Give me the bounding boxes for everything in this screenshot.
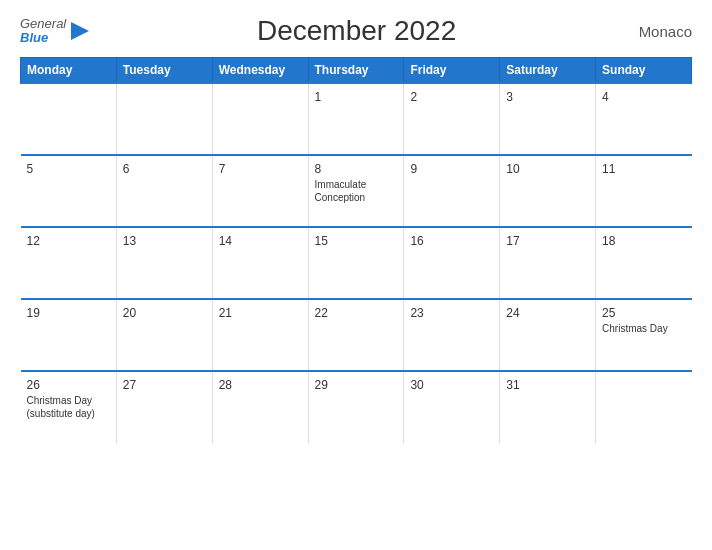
logo-general-text: General [20,17,66,31]
header-thursday: Thursday [308,58,404,84]
header: General Blue December 2022 Monaco [20,15,692,47]
calendar-cell [596,371,692,443]
calendar-cell [212,83,308,155]
day-number: 24 [506,306,589,320]
day-number: 30 [410,378,493,392]
logo-blue-text: Blue [20,31,66,45]
day-number: 26 [27,378,110,392]
calendar-cell [116,83,212,155]
calendar-cell: 25Christmas Day [596,299,692,371]
day-number: 23 [410,306,493,320]
calendar-cell [21,83,117,155]
day-number: 28 [219,378,302,392]
calendar-cell: 14 [212,227,308,299]
day-number: 16 [410,234,493,248]
day-number: 7 [219,162,302,176]
calendar-week-row: 19202122232425Christmas Day [21,299,692,371]
calendar-event: Christmas Day (substitute day) [27,394,110,420]
calendar-cell: 4 [596,83,692,155]
day-number: 22 [315,306,398,320]
calendar-cell: 2 [404,83,500,155]
day-number: 9 [410,162,493,176]
calendar-cell: 6 [116,155,212,227]
header-tuesday: Tuesday [116,58,212,84]
day-number: 1 [315,90,398,104]
day-number: 3 [506,90,589,104]
day-number: 5 [27,162,110,176]
day-number: 19 [27,306,110,320]
day-number: 31 [506,378,589,392]
calendar-cell: 28 [212,371,308,443]
calendar-cell: 12 [21,227,117,299]
calendar-cell: 3 [500,83,596,155]
day-number: 11 [602,162,685,176]
calendar-week-row: 5678Immaculate Conception91011 [21,155,692,227]
calendar-cell: 8Immaculate Conception [308,155,404,227]
calendar-table: Monday Tuesday Wednesday Thursday Friday… [20,57,692,443]
calendar-cell: 19 [21,299,117,371]
weekday-header-row: Monday Tuesday Wednesday Thursday Friday… [21,58,692,84]
calendar-cell: 18 [596,227,692,299]
day-number: 25 [602,306,685,320]
day-number: 20 [123,306,206,320]
logo-text: General Blue [20,17,66,46]
day-number: 14 [219,234,302,248]
header-friday: Friday [404,58,500,84]
day-number: 12 [27,234,110,248]
calendar-cell: 9 [404,155,500,227]
calendar-event: Christmas Day [602,322,685,335]
calendar-cell: 24 [500,299,596,371]
country-label: Monaco [622,23,692,40]
day-number: 18 [602,234,685,248]
day-number: 10 [506,162,589,176]
header-saturday: Saturday [500,58,596,84]
logo: General Blue [20,17,91,46]
calendar-cell: 26Christmas Day (substitute day) [21,371,117,443]
calendar-cell: 27 [116,371,212,443]
calendar-title: December 2022 [91,15,622,47]
calendar-week-row: 1234 [21,83,692,155]
day-number: 17 [506,234,589,248]
day-number: 2 [410,90,493,104]
day-number: 4 [602,90,685,104]
calendar-cell: 21 [212,299,308,371]
calendar-cell: 16 [404,227,500,299]
header-wednesday: Wednesday [212,58,308,84]
calendar-cell: 17 [500,227,596,299]
calendar-cell: 29 [308,371,404,443]
calendar-cell: 31 [500,371,596,443]
calendar-cell: 5 [21,155,117,227]
day-number: 15 [315,234,398,248]
header-sunday: Sunday [596,58,692,84]
day-number: 8 [315,162,398,176]
calendar-cell: 15 [308,227,404,299]
calendar-event: Immaculate Conception [315,178,398,204]
calendar-cell: 1 [308,83,404,155]
calendar-cell: 13 [116,227,212,299]
calendar-cell: 11 [596,155,692,227]
svg-marker-0 [71,22,89,40]
calendar-cell: 20 [116,299,212,371]
calendar-week-row: 26Christmas Day (substitute day)27282930… [21,371,692,443]
day-number: 6 [123,162,206,176]
calendar-cell: 22 [308,299,404,371]
calendar-cell: 30 [404,371,500,443]
day-number: 13 [123,234,206,248]
day-number: 27 [123,378,206,392]
logo-flag-icon [69,20,91,42]
calendar-week-row: 12131415161718 [21,227,692,299]
header-monday: Monday [21,58,117,84]
calendar-cell: 10 [500,155,596,227]
day-number: 21 [219,306,302,320]
day-number: 29 [315,378,398,392]
calendar-cell: 23 [404,299,500,371]
calendar-cell: 7 [212,155,308,227]
calendar-page: General Blue December 2022 Monaco Monday… [0,0,712,550]
